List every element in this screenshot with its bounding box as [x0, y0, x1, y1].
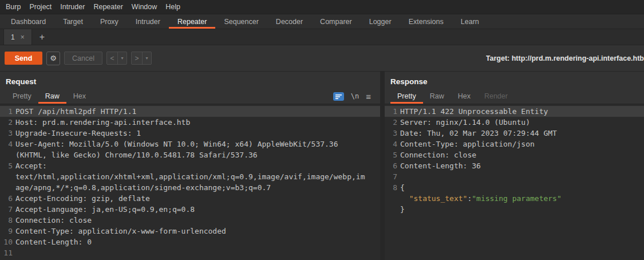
line-number: 9	[0, 226, 15, 237]
code-line[interactable]: 11	[0, 247, 380, 258]
menu-repeater[interactable]: Repeater	[93, 3, 123, 11]
code-line[interactable]: 8Connection: close	[0, 215, 380, 226]
target-value: http://prd.m.rendering-api.interface.htb	[512, 54, 644, 62]
tab-learn[interactable]: Learn	[452, 14, 488, 29]
line-number: 1	[0, 106, 15, 117]
tab-sequencer[interactable]: Sequencer	[215, 14, 267, 29]
code-line[interactable]: 1HTTP/1.1 422 Unprocessable Entity	[385, 106, 644, 117]
tab-dashboard[interactable]: Dashboard	[2, 14, 54, 29]
code-line[interactable]: 5Accept: text/html,application/xhtml+xml…	[0, 160, 380, 193]
token: Accept-Encoding: gzip, deflate	[15, 194, 150, 203]
menu-window[interactable]: Window	[132, 3, 157, 11]
code-line[interactable]: 9Content-Type: application/x-www-form-ur…	[0, 226, 380, 237]
gear-icon: ⚙	[50, 54, 57, 62]
line-text: POST /api/html2pdf HTTP/1.1	[15, 106, 380, 117]
back-arrow-icon[interactable]: <	[107, 52, 118, 64]
code-line[interactable]: 1POST /api/html2pdf HTTP/1.1	[0, 106, 380, 117]
response-tab-raw[interactable]: Raw	[423, 89, 451, 104]
token: Content-Length: 36	[400, 161, 481, 170]
token: Content-Length: 0	[15, 238, 92, 246]
panel-resize-divider[interactable]	[380, 72, 385, 260]
tab-extensions[interactable]: Extensions	[400, 14, 452, 29]
nonprinting-chars-icon[interactable]: \n	[351, 92, 359, 100]
line-number: 10	[0, 237, 15, 247]
code-line[interactable]: 7Accept-Language: ja,en-US;q=0.9,en;q=0.…	[0, 204, 380, 215]
word-wrap-toggle-icon[interactable]	[333, 92, 344, 101]
chevron-down-icon[interactable]: ▾	[118, 52, 127, 64]
code-line[interactable]: 3Upgrade-Insecure-Requests: 1	[0, 128, 380, 139]
cancel-button[interactable]: Cancel	[64, 52, 102, 65]
target-label: Target:	[486, 54, 509, 62]
token: HTTP/1.1 422 Unprocessable Entity	[400, 107, 548, 116]
response-tab-pretty[interactable]: Pretty	[390, 89, 423, 104]
forward-arrow-icon[interactable]: >	[132, 52, 143, 64]
token: Connection: close	[400, 151, 476, 159]
line-text: Content-Type: application/x-www-form-url…	[15, 226, 380, 237]
code-line[interactable]: 5Connection: close	[385, 149, 644, 160]
line-number: 7	[385, 171, 400, 182]
token: Accept-Language: ja,en-US;q=0.9,en;q=0.8	[15, 205, 195, 214]
menu-burp[interactable]: Burp	[6, 3, 21, 11]
code-line[interactable]: 2Server: nginx/1.14.0 (Ubuntu)	[385, 117, 644, 128]
tab-decoder[interactable]: Decoder	[267, 14, 311, 29]
code-line[interactable]: 4User-Agent: Mozilla/5.0 (Windows NT 10.…	[0, 139, 380, 160]
request-tab-raw[interactable]: Raw	[38, 89, 66, 104]
close-tab-icon[interactable]: ×	[21, 33, 25, 41]
line-text: HTTP/1.1 422 Unprocessable Entity	[400, 106, 644, 117]
editor-menu-icon[interactable]: ≡	[366, 92, 371, 101]
line-number: 1	[385, 106, 400, 117]
code-line[interactable]: 8{ "status_text":"missing parameters" }	[385, 182, 644, 215]
tab-target[interactable]: Target	[54, 14, 92, 29]
code-line[interactable]: 10Content-Length: 0	[0, 237, 380, 247]
request-subtabs: PrettyRawHex \n ≡	[0, 89, 380, 104]
response-tab-render[interactable]: Render	[477, 89, 515, 104]
menu-intruder[interactable]: Intruder	[60, 3, 85, 11]
token: Connection: close	[15, 216, 92, 224]
request-tab-pretty[interactable]: Pretty	[6, 89, 38, 104]
chevron-down-icon[interactable]: ▾	[143, 52, 151, 64]
code-line[interactable]: 6Content-Length: 36	[385, 160, 644, 171]
line-text: Server: nginx/1.14.0 (Ubuntu)	[400, 117, 644, 128]
tab-comparer[interactable]: Comparer	[311, 14, 361, 29]
send-button[interactable]: Send	[5, 52, 42, 65]
code-line[interactable]: 4Content-Type: application/json	[385, 139, 644, 149]
request-editor[interactable]: 1POST /api/html2pdf HTTP/1.12Host: prd.m…	[0, 104, 380, 260]
line-text: Content-Length: 0	[15, 237, 380, 247]
token: POST /api/html2pdf HTTP/1.1	[15, 107, 136, 116]
menu-help[interactable]: Help	[165, 3, 180, 11]
tab-intruder[interactable]: Intruder	[127, 14, 169, 29]
code-line[interactable]: 7	[385, 171, 644, 182]
line-text: Accept-Encoding: gzip, deflate	[15, 193, 380, 204]
response-editor[interactable]: 1HTTP/1.1 422 Unprocessable Entity2Serve…	[385, 104, 644, 260]
request-tab-hex[interactable]: Hex	[66, 89, 93, 104]
doc-tab-1[interactable]: 1 ×	[3, 29, 32, 45]
target-url: Target: http://prd.m.rendering-api.inter…	[486, 54, 644, 62]
request-panel: Request PrettyRawHex \n ≡	[0, 72, 380, 260]
line-text	[400, 171, 644, 182]
code-line[interactable]: 3Date: Thu, 02 Mar 2023 07:29:44 GMT	[385, 128, 644, 139]
code-line[interactable]: 6Accept-Encoding: gzip, deflate	[0, 193, 380, 204]
main-nav-tabs: DashboardTargetProxyIntruderRepeaterSequ…	[0, 14, 644, 29]
request-title: Request	[0, 72, 380, 89]
token-key: "status_text"	[409, 194, 468, 203]
add-tab-button[interactable]: +	[32, 29, 52, 45]
line-text: Connection: close	[400, 149, 644, 160]
tab-repeater[interactable]: Repeater	[169, 14, 215, 29]
line-number: 4	[0, 139, 15, 160]
line-text: Date: Thu, 02 Mar 2023 07:29:44 GMT	[400, 128, 644, 139]
line-number: 2	[0, 117, 15, 128]
response-tab-hex[interactable]: Hex	[451, 89, 477, 104]
tab-proxy[interactable]: Proxy	[92, 14, 127, 29]
line-text: Content-Length: 36	[400, 160, 644, 171]
request-editor-icons: \n ≡	[333, 89, 374, 104]
line-text	[15, 247, 380, 258]
menu-project[interactable]: Project	[29, 3, 52, 11]
token: Upgrade-Insecure-Requests: 1	[15, 129, 141, 137]
tab-logger[interactable]: Logger	[361, 14, 400, 29]
line-number: 8	[385, 182, 400, 215]
settings-gear-button[interactable]: ⚙	[46, 52, 60, 65]
token: }	[400, 205, 405, 214]
history-forward-button[interactable]: > ▾	[131, 52, 152, 65]
history-back-button[interactable]: < ▾	[106, 52, 127, 65]
code-line[interactable]: 2Host: prd.m.rendering-api.interface.htb	[0, 117, 380, 128]
